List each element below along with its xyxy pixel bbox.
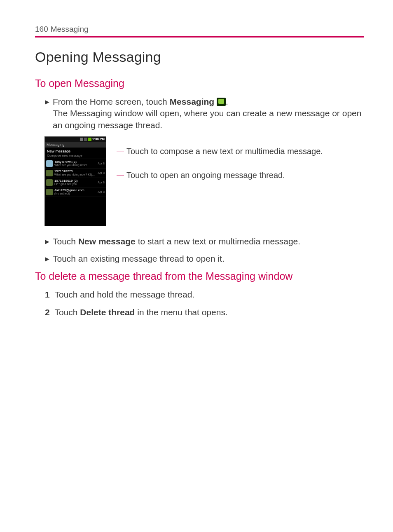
thread-preview: (No subject) bbox=[54, 192, 96, 195]
subsection-title-open: To open Messaging bbox=[35, 77, 364, 89]
avatar bbox=[46, 189, 53, 195]
instruction-new-message: ▶ Touch New message to start a new text … bbox=[45, 236, 364, 247]
thread-row[interactable]: Jain123@gmail.com (No subject) Apr 8 bbox=[45, 187, 106, 197]
running-header: 160Messaging bbox=[35, 25, 364, 34]
bullet-marker-icon: ▶ bbox=[45, 236, 49, 247]
thread-name: Jain123@gmail.com bbox=[54, 188, 96, 192]
thread-name: 1571818019 (2) bbox=[54, 179, 96, 183]
text-strong-messaging: Messaging bbox=[170, 97, 217, 106]
avatar bbox=[46, 160, 53, 167]
avatar bbox=[46, 179, 53, 186]
thread-date: Apr 8 bbox=[98, 162, 105, 165]
sdcard-icon bbox=[80, 138, 83, 141]
text-fragment: Touch bbox=[54, 307, 80, 317]
thread-name: 1571518273 bbox=[54, 169, 96, 173]
step-number: 2 bbox=[45, 307, 52, 318]
instruction-open-messaging: ▶ From the Home screen, touch Messaging … bbox=[45, 96, 364, 131]
screenshot-with-callouts: 1:30 PM Messaging New message Compose ne… bbox=[45, 137, 364, 226]
callout-leader-icon bbox=[117, 176, 124, 176]
header-divider bbox=[35, 36, 364, 37]
thread-date: Apr 8 bbox=[98, 190, 105, 194]
text-strong-delete-thread: Delete thread bbox=[80, 307, 135, 317]
status-bar: 1:30 PM bbox=[45, 137, 106, 142]
messaging-app-icon bbox=[217, 98, 226, 106]
callout-compose: Touch to compose a new text or multimedi… bbox=[117, 146, 323, 157]
thread-preview: What are you doing now? K3jo… bbox=[54, 173, 96, 176]
callout-text: Touch to open an ongoing message thread. bbox=[126, 171, 285, 180]
text-fragment: Touch and hold the message thread. bbox=[54, 290, 194, 299]
text-fragment: Touch an existing message thread to open… bbox=[53, 253, 364, 265]
step-number: 1 bbox=[45, 289, 52, 300]
status-time: 1:30 PM bbox=[92, 137, 105, 141]
text-fragment: Touch bbox=[53, 237, 78, 246]
avatar bbox=[46, 170, 53, 176]
text-fragment: From the Home screen, touch bbox=[53, 97, 170, 106]
thread-preview: What are you doing now? bbox=[54, 164, 96, 167]
thread-row[interactable]: Tony Brown (3) What are you doing now? A… bbox=[45, 159, 106, 169]
bullet-marker-icon: ▶ bbox=[45, 96, 49, 131]
page-title: Opening Messaging bbox=[35, 49, 364, 65]
text-fragment: to start a new text or multimedia messag… bbox=[136, 237, 300, 246]
battery-icon bbox=[88, 138, 91, 141]
app-title-bar: Messaging bbox=[45, 142, 106, 148]
thread-preview: Hi^^ glad see you bbox=[54, 183, 96, 186]
thread-date: Apr 8 bbox=[98, 181, 105, 184]
text-fragment: . bbox=[226, 97, 228, 106]
text-strong-new-message: New message bbox=[78, 237, 136, 246]
thread-date: Apr 8 bbox=[98, 171, 105, 175]
delete-step-1: 1 Touch and hold the message thread. bbox=[45, 289, 364, 300]
thread-name: Tony Brown (3) bbox=[54, 160, 96, 164]
phone-empty-area bbox=[45, 197, 106, 226]
text-fragment: The Messaging window will open, where yo… bbox=[53, 108, 361, 129]
delete-step-2: 2 Touch Delete thread in the menu that o… bbox=[45, 307, 364, 318]
compose-hint: Compose new message bbox=[47, 154, 104, 158]
new-message-label: New message bbox=[47, 149, 104, 154]
instruction-open-existing: ▶ Touch an existing message thread to op… bbox=[45, 253, 364, 265]
page-number: 160 bbox=[35, 25, 48, 33]
thread-row[interactable]: 1571818019 (2) Hi^^ glad see you Apr 8 bbox=[45, 178, 106, 187]
bullet-marker-icon: ▶ bbox=[45, 253, 49, 265]
callout-open-thread: Touch to open an ongoing message thread. bbox=[117, 170, 285, 180]
subsection-title-delete: To delete a message thread from the Mess… bbox=[35, 270, 364, 282]
manual-page: 160Messaging Opening Messaging To open M… bbox=[0, 0, 393, 532]
thread-row[interactable]: 1571518273 What are you doing now? K3jo…… bbox=[45, 169, 106, 178]
callout-leader-icon bbox=[117, 152, 124, 152]
signal-icon bbox=[84, 138, 87, 141]
text-fragment: in the menu that opens. bbox=[135, 307, 227, 317]
phone-screenshot: 1:30 PM Messaging New message Compose ne… bbox=[45, 137, 106, 226]
section-title: Messaging bbox=[51, 25, 89, 33]
new-message-row[interactable]: New message Compose new message bbox=[45, 148, 106, 159]
callout-text: Touch to compose a new text or multimedi… bbox=[126, 147, 323, 156]
